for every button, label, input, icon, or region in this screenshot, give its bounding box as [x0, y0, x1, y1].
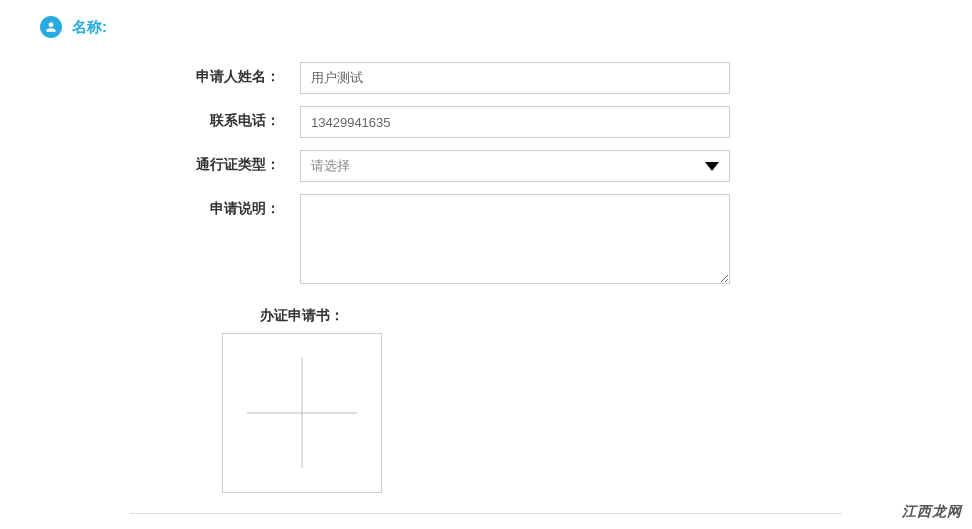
applicant-name-input[interactable]: [300, 62, 730, 94]
form-row-applicant-name: 申请人姓名：: [0, 62, 972, 94]
plus-icon: [247, 358, 357, 468]
section-title: 名称:: [72, 18, 107, 37]
description-label: 申请说明：: [0, 194, 300, 218]
pass-type-placeholder: 请选择: [311, 157, 350, 175]
applicant-name-label: 申请人姓名：: [0, 62, 300, 86]
chevron-down-icon: [705, 162, 719, 171]
form-container: 申请人姓名： 联系电话： 通行证类型： 请选择 申请说明： 办证申请书：: [0, 38, 972, 514]
form-row-phone: 联系电话：: [0, 106, 972, 138]
upload-section: 办证申请书：: [0, 307, 972, 493]
phone-input[interactable]: [300, 106, 730, 138]
pass-type-select[interactable]: 请选择: [300, 150, 730, 182]
divider: [130, 513, 842, 514]
upload-box[interactable]: [222, 333, 382, 493]
upload-label: 办证申请书：: [222, 307, 382, 325]
watermark: 江西龙网: [902, 503, 962, 521]
section-header: 名称:: [0, 0, 972, 38]
form-row-pass-type: 通行证类型： 请选择: [0, 150, 972, 182]
phone-label: 联系电话：: [0, 106, 300, 130]
pass-type-label: 通行证类型：: [0, 150, 300, 174]
form-row-description: 申请说明：: [0, 194, 972, 287]
description-textarea[interactable]: [300, 194, 730, 284]
user-icon: [40, 16, 62, 38]
